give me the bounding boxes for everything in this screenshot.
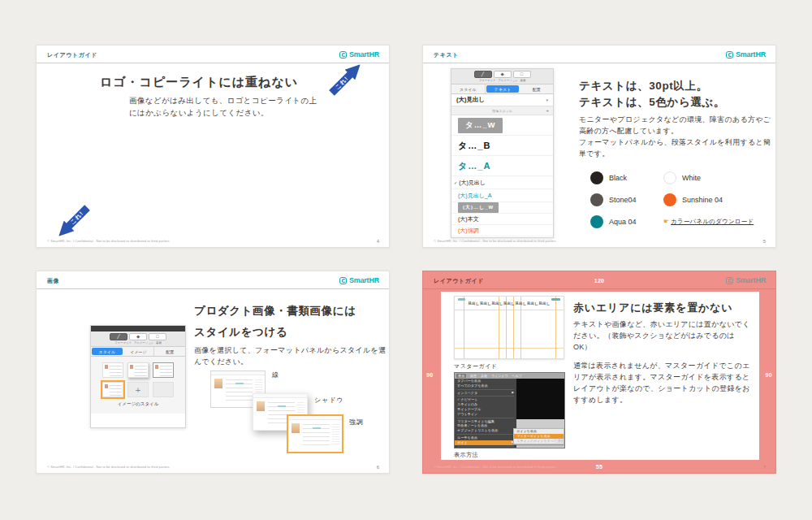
menu-item-guides-highlighted: ガイド ▶ [455, 440, 516, 445]
smarthr-logo: SmartHR [339, 276, 379, 284]
smarthr-logo-icon [726, 51, 733, 58]
copyright-footer: © SmartHR, Inc. / Confidential - Not to … [434, 465, 557, 469]
style-list-item: (大)見出し_A [451, 189, 553, 202]
submenu-item-disabled: スライドのガイドをすべて消去 [514, 439, 564, 444]
swatch-circle [590, 171, 603, 184]
copyright-footer: © SmartHR, Inc. / Confidential - Not to … [47, 465, 171, 469]
panel-caption: イメージのスタイル [91, 397, 185, 414]
guides-submenu: ガイドを表示 マスターガイドを表示 スライドのガイドをすべて消去 [513, 428, 564, 444]
style-list-item: ✓ (大)見出し [451, 176, 553, 189]
segment-image: イメージ [123, 347, 155, 356]
callout-arrow-label: これ! [68, 210, 85, 227]
slide-title: ロゴ・コピーライトには重ねない [37, 75, 361, 90]
swatch-circle [663, 193, 676, 206]
swatch-label: Aqua 04 [609, 218, 637, 226]
color-swatch-white: White [663, 171, 784, 184]
color-swatch-stone04: Stone04 [590, 193, 663, 206]
animate-diamond-icon: ◆ [129, 333, 147, 340]
view-menu-panel: タブバーを表示 すべてのタブを表示 インスペクタ ▶ ✓ ナビゲート スライドの… [455, 379, 516, 448]
slide-layout-guide-logo: レイアウトガイド SmartHR ロゴ・コピーライトには重ねない 画像などがはみ… [36, 45, 390, 248]
margin-value-top: 120 [423, 278, 775, 284]
page-number: 7 [763, 465, 766, 470]
smarthr-logo: SmartHR [726, 50, 766, 58]
slide-body-text: テキストや画像など、赤いエリアには置かないでください。（装飾やスクショなどがはみ… [573, 318, 752, 405]
menu-separator [457, 396, 514, 396]
style-label-black: タ…_B [458, 140, 490, 152]
page-number: 6 [377, 465, 379, 470]
format-panel-screenshot: ╱ ◆ □ フォーマット アニメーション 書類 スタイル テキスト 配置 (大)… [451, 68, 554, 238]
body-paragraph: テキストや画像など、赤いエリアには置かないでください。（装飾やスクショなどがはみ… [573, 318, 752, 353]
segment-arrange: 配置 [520, 84, 553, 93]
toolbar-tab-label: アニメーション [498, 79, 517, 82]
toolbar-tab-label: フォーマット [479, 79, 496, 82]
slide-title: プロダクト画像・書類画像には スタイルをつける [194, 301, 356, 343]
slide-text-rules: テキスト SmartHR ╱ ◆ □ フォーマット アニメーション 書類 スタイ… [422, 45, 776, 248]
smarthr-logo-icon [339, 277, 347, 284]
panel-segmented-control: スタイル イメージ 配置 [91, 347, 185, 357]
slide-body-text: 画像などがはみ出しても、ロゴとコピーライトの上にはかぶらないようにしてください。 [129, 94, 319, 119]
smarthr-logo: SmartHR [339, 50, 379, 58]
slide-canvas-preview [516, 379, 564, 419]
panel-segmented-control: スタイル テキスト 配置 [451, 84, 553, 94]
menubar-item-help: ヘルプ [512, 374, 521, 378]
checkmark-icon: ✓ [454, 180, 457, 185]
menu-item: コメント ▶ [455, 448, 516, 448]
menubar-item-share: 共有 [481, 374, 487, 378]
thumbnail-logo-bar [551, 298, 560, 301]
slide-title-line1: テキストは、30pt以上。 [579, 78, 725, 94]
slide-title: テキストは、30pt以上。 テキストは、5色から選ぶ。 [579, 78, 725, 110]
paragraph-styles-section-header: 段落スタイル + [451, 106, 553, 115]
style-label-aqua: タ…_A [458, 160, 490, 172]
slide-body-text: 画像を選択して、フォーマットパネルからスタイルを選んでください。 [194, 344, 387, 367]
menu-separator [457, 389, 514, 390]
slide-section-label: レイアウトガイド [47, 51, 97, 59]
segment-style-selected: スタイル [92, 348, 123, 355]
format-brush-icon: ╱ [474, 71, 492, 78]
style-list-item: タ…_W [451, 115, 553, 136]
page-number: 5 [763, 239, 766, 244]
side-lines-graphic [332, 424, 339, 445]
body-paragraph: フォーマットパネルから、段落スタイルを利用すると簡単です。 [579, 136, 772, 159]
swatch-circle [590, 193, 603, 206]
menu-bar: 表示 再生 共有 ウインドウ ヘルプ [455, 373, 564, 379]
menu-item: アウトライン [455, 412, 516, 417]
style-chip-white: タ…_W [458, 118, 503, 133]
section-title: 段落スタイル [492, 109, 512, 113]
menu-item: インスペクタ ▶ [455, 391, 516, 396]
style-label-emphasis: (大)強調 [458, 227, 479, 235]
color-panel-download-link[interactable]: ☛ カラーパネルのダウンロード [663, 218, 784, 226]
menu-separator [457, 418, 514, 418]
callout-arrow-to-copyright: これ! [54, 202, 93, 241]
color-swatch-grid: Black White Stone04 Sunshine 04 Aqua 04 … [590, 167, 784, 232]
page-number: 4 [377, 239, 379, 244]
text-lines-graphic [303, 424, 330, 445]
menu-item-label: ガイド [457, 440, 468, 445]
pointing-hand-icon: ☛ [663, 218, 669, 225]
view-menu-screenshot: 表示 再生 共有 ウインドウ ヘルプ タブバーを表示 すべてのタブを表示 インス… [454, 372, 565, 448]
example-label-line: 線 [272, 370, 279, 379]
master-guide-thumbnail: 見出し見出し見出し見出し見出し見出し見出し [454, 296, 564, 359]
color-swatch-aqua04: Aqua 04 [590, 215, 663, 228]
slide-title-line2: スタイルをつける [194, 322, 356, 343]
style-list-item: タ…_B [451, 136, 553, 156]
thumbnail-header-bar [458, 298, 465, 301]
color-swatch-black: Black [590, 171, 663, 184]
style-label: (大)本文 [458, 215, 479, 223]
margin-value-right: 90 [766, 372, 772, 378]
menu-item: オブジェクトリストを表示 [455, 428, 516, 433]
toolbar-tab-label: 書類 [520, 79, 526, 82]
style-list-item: (大)…し_W [451, 202, 553, 214]
submenu-arrow-icon: ▶ [512, 448, 514, 448]
segment-text-selected: テキスト [486, 85, 520, 93]
swatch-label: Stone04 [609, 196, 637, 204]
header-underline [423, 63, 775, 63]
menubar-item-view: 表示 [456, 374, 466, 378]
download-link-text: カラーパネルのダウンロード [671, 218, 754, 226]
style-label: (大)見出し [459, 179, 486, 187]
avatar [292, 423, 300, 433]
body-paragraph: モニターやプロジェクタなどの環境、障害のある方やご高齢の方へ配慮しています。 [579, 114, 772, 136]
window-chrome-bar [91, 326, 185, 332]
style-thumbnail-selected [102, 382, 123, 397]
slide-title-line1: プロダクト画像・書類画像には [194, 301, 356, 322]
style-list-item: (大)本文 [451, 214, 553, 225]
